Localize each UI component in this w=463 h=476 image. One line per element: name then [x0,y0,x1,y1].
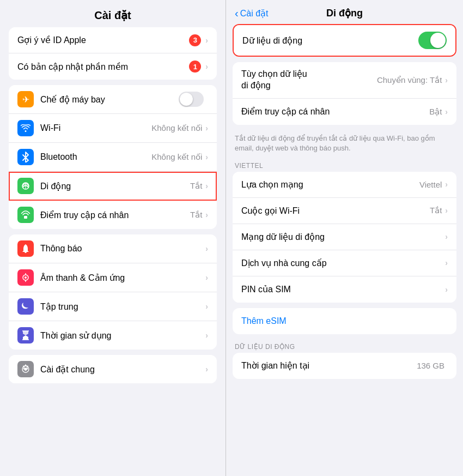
left-panel: Cài đặt Gợi ý về ID Apple 3 › Có bản cập… [0,0,226,476]
right-panel: ‹ Cài đặt Di động Dữ liệu di động Tùy ch… [226,0,463,476]
chevron-icon: › [445,107,448,116]
svg-point-12 [25,368,27,371]
airplane-icon: ✈ [17,91,34,107]
row-cuoc-goi-wifi[interactable]: Cuộc gọi Wi-Fi Tắt › [233,198,456,224]
row-dich-vu[interactable]: Dịch vụ nhà cung cấp › [233,250,456,276]
badge-apple-id: 3 [189,34,201,46]
esim-label: Thêm eSIM [241,316,287,326]
svg-point-5 [25,276,27,279]
row-diem-truy-cap[interactable]: Điểm truy cập cá nhân Bật › [233,99,456,125]
group-connectivity: ✈ Chế độ máy bay Wi-Fi Không kết nối › [9,85,217,229]
chevron-icon: › [205,124,208,132]
group-notifications: Thông báo › Âm thanh & Cảm ứng › Tập [9,234,217,350]
row-thoi-gian: Thời gian hiện tại 136 GB [233,353,456,379]
chevron-icon: › [205,153,208,161]
row-caidatchung[interactable]: Cài đặt chung › [9,355,217,383]
row-hotspot[interactable]: Điểm truy cập cá nhân Tắt › [9,201,217,229]
group-dulieu: Dữ liệu di động [233,24,456,57]
gear-icon [17,361,34,377]
group-dulieu-stats: Thời gian hiện tại 136 GB [233,353,456,379]
chevron-icon: › [205,182,208,190]
diem-truy-cap-label: Điểm truy cập cá nhân [241,106,429,117]
row-esim[interactable]: Thêm eSIM [233,308,456,334]
row-didong[interactable]: Di động Tắt › [9,172,217,201]
chevron-icon: › [445,285,448,294]
dulieu-toggle[interactable] [418,32,447,49]
moon-icon [17,298,34,315]
back-button[interactable]: ‹ Cài đặt [235,8,268,19]
row-airplane[interactable]: ✈ Chế độ máy bay [9,85,217,114]
right-panel-title: Di động [326,7,363,19]
tuychon-value: Chuyển vùng: Tắt [377,75,442,85]
row-lua-chon-mang[interactable]: Lựa chọn mạng Viettel › [233,172,456,198]
wifi-icon [17,120,34,136]
didong-icon [17,178,34,194]
row-taptrung[interactable]: Tập trung › [9,292,217,321]
dulieu-label: Dữ liệu di động [242,35,418,46]
chevron-icon: › [445,180,448,189]
dulieu-header: DỮ LIỆU DI ĐỘNG [226,340,463,353]
row-wifi[interactable]: Wi-Fi Không kết nối › [9,114,217,143]
row-dulieu-didong[interactable]: Dữ liệu di động [234,25,455,56]
group-esim: Thêm eSIM [233,308,456,334]
left-title: Cài đặt [0,0,226,27]
airplane-toggle[interactable] [179,92,204,107]
back-label: Cài đặt [240,8,269,19]
chevron-icon: › [205,244,208,253]
chevron-icon: › [205,36,208,45]
chevron-icon: › [205,302,208,311]
row-update[interactable]: Có bản cập nhật phần mềm 1 › [9,53,217,80]
chevron-icon: › [445,258,448,267]
bell-icon [17,240,34,257]
row-mang-dulieu[interactable]: Mạng dữ liệu di động › [233,224,456,250]
row-thongbao[interactable]: Thông báo › [9,234,217,263]
viettel-header: VIETTEL [226,159,463,172]
badge-update: 1 [189,61,201,73]
row-thoigian[interactable]: Thời gian sử dụng › [9,321,217,350]
chevron-icon: › [445,232,448,241]
chevron-icon: › [205,365,208,373]
sound-icon [17,269,34,286]
bluetooth-icon [17,149,34,165]
right-header: ‹ Cài đặt Di động [226,0,463,24]
group-general: Cài đặt chung › [9,355,217,383]
group-top: Gợi ý về ID Apple 3 › Có bản cập nhật ph… [9,27,217,80]
info-text: Tắt dữ liệu di động để truyền tắt cả dữ … [226,130,463,159]
diem-truy-cap-value: Bật [429,107,442,117]
chevron-icon: › [205,331,208,340]
hotspot-icon [17,207,34,223]
row-bluetooth[interactable]: Bluetooth Không kết nối › [9,143,217,172]
hourglass-icon [17,327,34,344]
chevron-icon: › [205,273,208,282]
row-tuychon[interactable]: Tùy chọn dữ liệudi động Chuyển vùng: Tắt… [233,62,456,99]
row-apple-id[interactable]: Gợi ý về ID Apple 3 › [9,27,217,53]
chevron-icon: › [205,62,208,71]
chevron-icon: › [445,206,448,215]
row-amthanh[interactable]: Âm thanh & Cảm ứng › [9,263,217,292]
group-viettel: Lựa chọn mạng Viettel › Cuộc gọi Wi-Fi T… [233,172,456,303]
chevron-icon: › [205,210,208,219]
svg-rect-3 [24,216,27,219]
tuychon-label: Tùy chọn dữ liệudi động [241,69,377,92]
group-options: Tùy chọn dữ liệudi động Chuyển vùng: Tắt… [233,62,456,125]
back-chevron-icon: ‹ [235,8,239,19]
row-pin-sim[interactable]: PIN của SIM › [233,276,456,303]
chevron-icon: › [445,76,448,85]
